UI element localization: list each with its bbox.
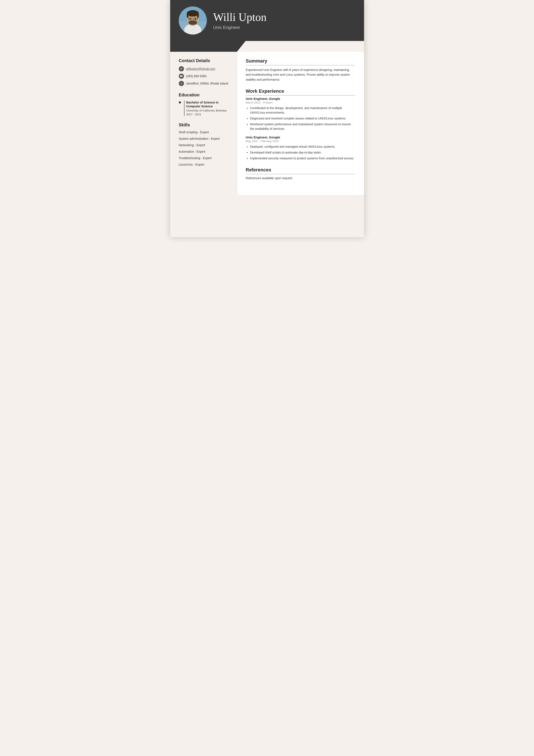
summary-section-title: Summary: [246, 58, 355, 65]
job-1: Unix Engineer, Google May 2021 - Februar…: [246, 135, 355, 161]
job-0-dates: March 2023 - Present: [246, 101, 355, 104]
skill-item-5: Linux/Unix - Expert: [179, 163, 231, 166]
chevron-left: [170, 41, 237, 52]
location-icon: ⊙: [179, 81, 184, 86]
address-value: Jarrellfurt, 83904, Rhode Island: [186, 82, 228, 85]
email-icon: ✉: [179, 66, 184, 71]
summary-text: Experienced Unix Engineer with 8 years o…: [246, 68, 355, 82]
skill-item-1: System administration - Expert: [179, 137, 231, 140]
summary-section: Summary Experienced Unix Engineer with 8…: [246, 58, 355, 82]
edu-years: 2017 - 2021: [186, 113, 231, 116]
edu-left-border: Bachelor of Science in Computer Science …: [184, 100, 231, 116]
contact-section: Contact Details ✉ williupton@gmail.com ☎…: [179, 58, 231, 86]
job-1-dates: May 2021 - February 2023: [246, 140, 355, 143]
job-1-title: Unix Engineer, Google: [246, 135, 355, 139]
skill-item-2: Networking - Expert: [179, 143, 231, 147]
skill-item-3: Automation - Expert: [179, 150, 231, 153]
references-section-title: References: [246, 167, 355, 174]
job-0-bullet-2: Monitored system performance and maintai…: [250, 122, 355, 131]
job-0: Unix Engineer, Google March 2023 - Prese…: [246, 97, 355, 131]
contact-email-item: ✉ williupton@gmail.com: [179, 66, 231, 71]
avatar: [179, 7, 207, 35]
work-experience-title: Work Experience: [246, 88, 355, 95]
job-0-bullet-1: Diagnosed and resolved complex issues re…: [250, 116, 355, 121]
svg-point-14: [189, 18, 191, 20]
right-panel: Summary Experienced Unix Engineer with 8…: [237, 52, 364, 195]
job-0-bullet-0: Contributed to the design, development, …: [250, 106, 355, 115]
header-info: Willi Upton Unix Engineer: [213, 11, 267, 30]
chevron-divider: [170, 41, 364, 52]
references-section: References References available upon req…: [246, 167, 355, 180]
job-1-bullet-2: Implemented security measures to protect…: [250, 156, 355, 161]
contact-section-title: Contact Details: [179, 58, 231, 63]
skills-section-title: Skills: [179, 122, 231, 127]
svg-rect-6: [187, 14, 189, 18]
resume-container: Willi Upton Unix Engineer Contact Detail…: [170, 0, 364, 237]
job-1-bullet-0: Deployed, configured and managed virtual…: [250, 145, 355, 149]
skill-item-0: Shell scripting - Expert: [179, 130, 231, 134]
job-0-title: Unix Engineer, Google: [246, 97, 355, 100]
skill-item-4: Troubleshooting - Expert: [179, 156, 231, 160]
education-section-title: Education: [179, 93, 231, 97]
education-item: Bachelor of Science in Computer Science …: [179, 100, 231, 116]
phone-value: (265) 858 9383: [186, 74, 207, 78]
header-name: Willi Upton: [213, 11, 267, 23]
work-experience-section: Work Experience Unix Engineer, Google Ma…: [246, 88, 355, 161]
email-value[interactable]: williupton@gmail.com: [186, 67, 216, 70]
svg-point-8: [189, 20, 197, 25]
svg-point-15: [194, 18, 196, 20]
header: Willi Upton Unix Engineer: [170, 0, 364, 41]
header-job-title: Unix Engineer: [213, 25, 267, 30]
chevron-right: [237, 41, 364, 52]
edu-bullet: [179, 101, 181, 103]
job-0-bullets: Contributed to the design, development, …: [246, 106, 355, 131]
contact-address-item: ⊙ Jarrellfurt, 83904, Rhode Island: [179, 81, 231, 86]
sidebar: Contact Details ✉ williupton@gmail.com ☎…: [170, 52, 237, 195]
phone-icon: ☎: [179, 73, 184, 79]
edu-degree: Bachelor of Science in Computer Science: [186, 100, 231, 108]
edu-school: University of California, Berkeley: [186, 109, 231, 113]
svg-point-5: [187, 10, 199, 16]
job-1-bullet-1: Developed shell scripts to automate day-…: [250, 150, 355, 155]
skills-section: Skills Shell scripting - Expert System a…: [179, 122, 231, 166]
avatar-wrapper: [179, 7, 207, 35]
edu-details: Bachelor of Science in Computer Science …: [183, 100, 231, 116]
job-1-bullets: Deployed, configured and managed virtual…: [246, 145, 355, 161]
contact-phone-item: ☎ (265) 858 9383: [179, 73, 231, 79]
main-content: Contact Details ✉ williupton@gmail.com ☎…: [170, 52, 364, 195]
references-text: References available upon request: [246, 176, 355, 180]
svg-rect-7: [197, 14, 199, 18]
education-section: Education Bachelor of Science in Compute…: [179, 93, 231, 116]
